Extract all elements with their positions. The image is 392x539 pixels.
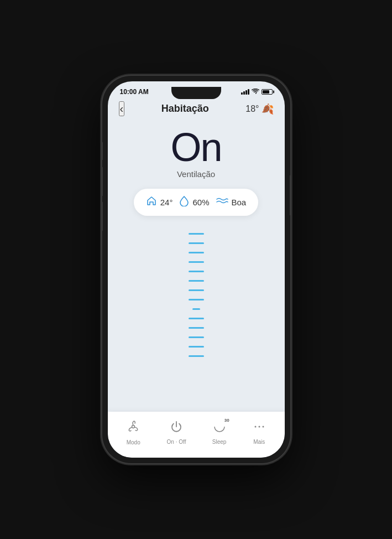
- air-quality-item: Boa: [216, 196, 247, 208]
- slider-line: [189, 327, 204, 329]
- info-pill: 24° 60%: [134, 189, 258, 216]
- weather-display: 18° 🍂: [245, 103, 273, 115]
- slider-line: [189, 242, 204, 244]
- wifi-icon: [252, 89, 259, 96]
- nav-modo[interactable]: Modo: [121, 417, 146, 448]
- signal-icon: [241, 89, 249, 95]
- main-content: On Ventilação 24°: [108, 122, 285, 412]
- slider-control[interactable]: [108, 229, 285, 361]
- air-quality-icon: [216, 196, 228, 208]
- more-icon: [253, 420, 266, 437]
- weather-icon: 🍂: [262, 103, 274, 115]
- slider-line: [189, 318, 204, 319]
- ventilation-label: Ventilação: [177, 169, 215, 179]
- modo-label: Modo: [127, 439, 140, 445]
- slider-line: [189, 280, 204, 282]
- phone-device: 10:00 AM: [102, 76, 290, 463]
- svg-point-3: [262, 426, 264, 428]
- slider-line: [189, 346, 204, 348]
- page-title: Habitação: [161, 103, 209, 115]
- phone-notch: [171, 87, 221, 99]
- slider-line: [189, 355, 204, 357]
- slider-line: [189, 336, 204, 338]
- volume-up-button[interactable]: [102, 142, 103, 160]
- nav-on-off[interactable]: On · Off: [161, 418, 192, 447]
- svg-point-1: [254, 426, 256, 428]
- sleep-icon: 30: [213, 420, 226, 437]
- power-status-text: On: [170, 127, 221, 167]
- nav-sleep[interactable]: 30 Sleep: [207, 418, 232, 447]
- slider-line: [192, 308, 200, 310]
- temperature-reading: 24°: [160, 198, 173, 207]
- volume-down-button[interactable]: [102, 167, 103, 196]
- svg-point-2: [258, 426, 260, 428]
- nav-mais[interactable]: Mais: [247, 418, 271, 447]
- sleep-badge: 30: [224, 418, 229, 423]
- status-time: 10:00 AM: [120, 88, 149, 96]
- mais-label: Mais: [253, 439, 265, 445]
- humidity-item: 60%: [179, 195, 209, 209]
- power-button[interactable]: [290, 175, 290, 215]
- slider-line: [189, 252, 204, 253]
- on-off-label: On · Off: [167, 439, 186, 445]
- temperature-item: 24°: [146, 195, 173, 209]
- slider-line: [189, 271, 204, 272]
- temperature-value: 18°: [245, 104, 259, 114]
- phone-screen: 10:00 AM: [108, 81, 285, 458]
- fan-icon: [126, 419, 140, 437]
- back-button[interactable]: ‹: [119, 101, 125, 116]
- power-icon: [170, 420, 183, 437]
- page-header: ‹ Habitação 18° 🍂: [108, 98, 285, 122]
- humidity-reading: 60%: [192, 198, 209, 207]
- status-icons: [241, 89, 273, 96]
- air-quality-label: Boa: [232, 198, 247, 207]
- bottom-navigation: Modo On · Off 30 Sleep: [108, 412, 285, 458]
- battery-icon: [262, 89, 273, 95]
- humidity-icon: [179, 195, 189, 209]
- slider-line: [189, 233, 204, 235]
- slider-line: [189, 299, 204, 300]
- slider-line: [189, 289, 204, 291]
- home-icon: [146, 195, 157, 209]
- slider-line: [189, 261, 204, 263]
- silent-button[interactable]: [102, 202, 103, 231]
- sleep-label: Sleep: [212, 439, 227, 445]
